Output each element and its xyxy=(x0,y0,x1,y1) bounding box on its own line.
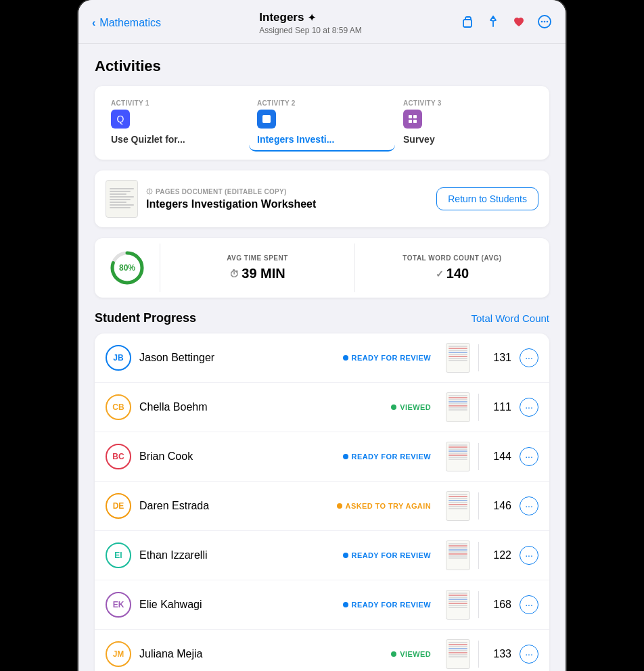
avg-time-label: Avg Time Spent xyxy=(174,254,341,262)
status-badge: Ready for Review xyxy=(343,601,431,609)
tab-activity-3[interactable]: Activity 3 Survey xyxy=(395,94,541,152)
activity-tabs: Activity 1 Q Use Quizlet for... Activity… xyxy=(95,86,549,160)
progress-header: Student Progress Total Word Count xyxy=(95,311,549,325)
svg-point-3 xyxy=(541,20,543,22)
quizlet-icon: Q xyxy=(111,110,130,129)
page-title: Integers ✦ xyxy=(259,11,361,24)
svg-rect-0 xyxy=(463,20,472,27)
doc-name: Integers Investigation Worksheet xyxy=(146,198,428,210)
student-name: Elie Kahwagi xyxy=(139,599,335,611)
avatar: EI xyxy=(106,542,131,568)
word-count-stat: Total Word Count (Avg) ✓ 140 xyxy=(354,244,549,292)
header-actions xyxy=(460,14,552,32)
svg-rect-10 xyxy=(413,120,417,123)
student-progress-title: Student Progress xyxy=(95,311,196,325)
main-content: Activities Activity 1 Q Use Quizlet for.… xyxy=(78,44,566,671)
svg-point-4 xyxy=(544,20,546,22)
word-count-value: 168 xyxy=(487,599,511,611)
word-count-value: ✓ 140 xyxy=(369,266,536,281)
divider xyxy=(478,344,479,371)
avatar: JB xyxy=(106,345,131,371)
header-center: Integers ✦ Assigned Sep 10 at 8:59 AM xyxy=(259,11,361,35)
doc-preview-thumbnail xyxy=(446,343,470,373)
word-count-value: 122 xyxy=(487,549,511,561)
more-button[interactable]: ··· xyxy=(520,546,538,565)
student-name: Daren Estrada xyxy=(139,500,329,512)
word-count-value: 146 xyxy=(487,500,511,512)
svg-rect-8 xyxy=(413,115,417,118)
back-label: Mathematics xyxy=(99,17,161,29)
heart-icon[interactable] xyxy=(511,14,526,32)
avatar: BC xyxy=(106,444,131,469)
student-name: Chella Boehm xyxy=(139,401,383,413)
doc-preview-thumbnail xyxy=(446,442,470,471)
avg-time-stat: Avg Time Spent ⏱ 39 MIN xyxy=(160,244,354,292)
avatar: DE xyxy=(106,493,131,519)
word-count-value: 144 xyxy=(487,450,511,463)
check-icon: ✓ xyxy=(436,269,444,279)
pin-icon[interactable] xyxy=(486,14,501,32)
avatar: EK xyxy=(106,592,131,618)
table-row: BC Brian Cook Ready for Review 144 ··· xyxy=(95,432,549,482)
more-button[interactable]: ··· xyxy=(520,595,538,614)
word-count-value: 111 xyxy=(487,401,511,413)
back-button[interactable]: ‹ Mathematics xyxy=(92,17,161,29)
avg-time-value: ⏱ 39 MIN xyxy=(174,266,341,281)
document-row: Pages Document (Editable Copy) Integers … xyxy=(95,170,549,227)
stats-row: 80% Avg Time Spent ⏱ 39 MIN Total Word C… xyxy=(95,238,549,298)
word-count-value: 131 xyxy=(487,352,511,364)
table-row: EI Ethan Izzarelli Ready for Review 122 … xyxy=(95,531,549,580)
more-button[interactable]: ··· xyxy=(520,645,538,664)
tab-activity-1[interactable]: Activity 1 Q Use Quizlet for... xyxy=(103,94,249,152)
table-row: CB Chella Boehm Viewed 111 ··· xyxy=(95,383,549,432)
doc-preview-thumbnail xyxy=(446,491,470,521)
table-row: DE Daren Estrada Asked to Try Again 146 … xyxy=(95,482,549,531)
status-badge: Ready for Review xyxy=(343,453,431,461)
doc-type-label: Pages Document (Editable Copy) xyxy=(146,188,428,195)
more-button[interactable]: ··· xyxy=(520,496,538,515)
status-badge: Viewed xyxy=(391,650,431,658)
svg-point-5 xyxy=(547,20,549,22)
pages-icon xyxy=(257,110,276,129)
more-button[interactable]: ··· xyxy=(520,447,538,466)
word-count-value: 133 xyxy=(487,648,511,660)
word-count-label: Total Word Count (Avg) xyxy=(369,254,536,262)
sparkle-icon: ✦ xyxy=(308,12,316,23)
tab-activity-2[interactable]: Activity 2 Integers Investi... xyxy=(249,94,395,152)
return-to-students-button[interactable]: Return to Students xyxy=(436,187,538,210)
doc-preview-thumbnail xyxy=(446,639,470,669)
doc-info: Pages Document (Editable Copy) Integers … xyxy=(146,188,428,210)
divider xyxy=(478,591,479,618)
student-list: JB Jason Bettinger Ready for Review 131 … xyxy=(95,333,549,671)
divider xyxy=(478,492,479,519)
doc-preview-thumbnail xyxy=(446,392,470,422)
word-count-link[interactable]: Total Word Count xyxy=(471,313,549,324)
divider xyxy=(478,542,479,569)
more-button[interactable]: ··· xyxy=(520,398,538,417)
student-name: Brian Cook xyxy=(139,450,335,463)
progress-circle: 80% xyxy=(95,238,160,298)
device-frame: ‹ Mathematics Integers ✦ Assigned Sep 10… xyxy=(78,0,566,671)
progress-label: 80% xyxy=(119,263,135,273)
status-badge: Ready for Review xyxy=(343,354,431,362)
avatar: CB xyxy=(106,394,131,420)
doc-thumbnail xyxy=(106,180,138,218)
copy-icon[interactable] xyxy=(460,14,475,32)
activities-title: Activities xyxy=(95,57,549,75)
svg-rect-6 xyxy=(262,115,271,123)
more-icon[interactable] xyxy=(537,14,552,32)
chevron-left-icon: ‹ xyxy=(92,17,95,29)
table-row: EK Elie Kahwagi Ready for Review 168 ··· xyxy=(95,580,549,630)
header: ‹ Mathematics Integers ✦ Assigned Sep 10… xyxy=(78,0,566,44)
status-badge: Asked to Try Again xyxy=(337,502,431,510)
more-button[interactable]: ··· xyxy=(520,348,538,367)
status-badge: Ready for Review xyxy=(343,551,431,559)
survey-icon xyxy=(403,110,422,129)
student-name: Juliana Mejia xyxy=(139,648,383,660)
header-subtitle: Assigned Sep 10 at 8:59 AM xyxy=(259,26,361,35)
doc-preview-thumbnail xyxy=(446,590,470,620)
clock-icon: ⏱ xyxy=(229,269,239,279)
student-name: Ethan Izzarelli xyxy=(139,549,335,561)
table-row: JM Juliana Mejia Viewed 133 ··· xyxy=(95,630,549,671)
student-name: Jason Bettinger xyxy=(139,352,335,364)
